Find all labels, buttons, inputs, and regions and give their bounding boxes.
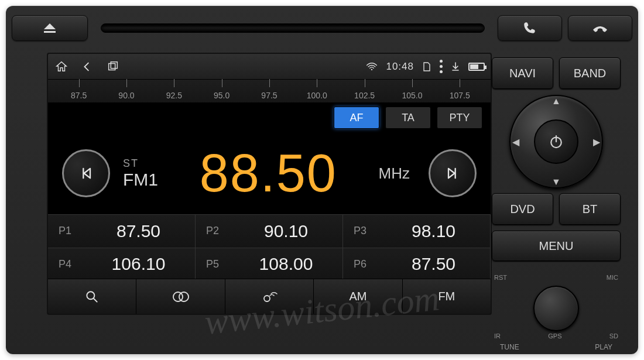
android-statusbar: 10:48 <box>48 54 491 80</box>
svg-point-6 <box>179 292 189 301</box>
frequency-value: 88.50 <box>171 143 366 204</box>
frequency-ruler[interactable]: 87.5 90.0 92.5 95.0 97.5 100.0 102.5 105… <box>48 80 491 103</box>
search-soft-button[interactable] <box>48 279 136 314</box>
preset-2[interactable]: P290.10 <box>196 215 343 248</box>
call-hangup-button[interactable] <box>568 15 632 41</box>
bt-button[interactable]: BT <box>559 193 621 225</box>
rds-mode-row: AF TA PTY <box>48 103 491 132</box>
ruler-tick: 87.5 <box>55 91 102 100</box>
pty-button[interactable]: PTY <box>437 107 482 129</box>
ruler-tick: 107.5 <box>436 91 484 100</box>
eject-button[interactable] <box>12 15 88 41</box>
dpad-up-icon[interactable]: ▲ <box>549 94 564 109</box>
dvd-button[interactable]: DVD <box>492 193 553 225</box>
am-soft-button[interactable]: AM <box>314 279 402 314</box>
band-info: ST FM1 <box>123 157 158 190</box>
dpad-down-icon[interactable]: ▼ <box>549 174 564 190</box>
disc-slot <box>101 23 485 33</box>
head-unit-bezel: 10:48 87.5 90.0 92.5 95.0 97.5 100.0 102… <box>6 6 638 354</box>
download-icon <box>451 61 460 72</box>
back-icon[interactable] <box>80 59 95 74</box>
seek-next-button[interactable] <box>429 149 477 197</box>
band-button[interactable]: BAND <box>559 57 621 89</box>
wifi-icon <box>366 62 378 71</box>
preset-3[interactable]: P398.10 <box>343 215 491 248</box>
band-name[interactable]: FM1 <box>123 170 158 190</box>
battery-icon <box>468 63 485 71</box>
svg-rect-2 <box>111 61 117 68</box>
lower-port-labels: IRGPSSD <box>492 332 621 342</box>
stereo-label: ST <box>123 157 158 170</box>
home-icon[interactable] <box>54 59 69 74</box>
svg-point-7 <box>264 296 270 301</box>
call-answer-button[interactable] <box>498 15 562 41</box>
frequency-unit: MHz <box>379 164 410 183</box>
side-button-column: NAVI BAND ▲ ▼ ◀ ▶ DVD BT MENU RSTMIC IRG… <box>492 57 621 350</box>
top-physical-bar <box>12 11 632 46</box>
ruler-tick: 92.5 <box>150 91 198 100</box>
ruler-tick: 102.5 <box>341 91 388 100</box>
menu-button[interactable]: MENU <box>492 231 621 261</box>
sd-card-icon <box>422 61 431 72</box>
preset-6[interactable]: P687.50 <box>343 248 491 282</box>
ruler-tick: 105.0 <box>388 91 436 100</box>
svg-point-3 <box>371 68 372 70</box>
recent-apps-icon[interactable] <box>105 59 121 74</box>
status-clock: 10:48 <box>386 61 414 73</box>
port-labels: RSTMIC <box>492 274 621 283</box>
ruler-tick: 100.0 <box>293 91 341 100</box>
tune-play-labels: TUNEPLAY <box>492 342 621 351</box>
seek-prev-button[interactable] <box>62 149 110 197</box>
overflow-menu-icon[interactable] <box>440 60 443 73</box>
navi-button[interactable]: NAVI <box>492 57 553 89</box>
loc-dx-soft-button[interactable] <box>225 279 314 314</box>
preset-4[interactable]: P4106.10 <box>48 248 196 282</box>
softbar: AM FM <box>48 279 491 314</box>
preset-grid: P187.50 P290.10 P398.10 P4106.10 P5108.0… <box>48 214 491 281</box>
power-button[interactable] <box>534 119 578 164</box>
svg-rect-1 <box>109 63 115 70</box>
ruler-tick: 95.0 <box>198 91 245 100</box>
fm-soft-button[interactable]: FM <box>403 279 491 314</box>
preset-5[interactable]: P5108.00 <box>196 248 343 282</box>
dpad-left-icon[interactable]: ◀ <box>508 134 523 149</box>
svg-rect-0 <box>44 31 56 33</box>
main-frequency-row: ST FM1 88.50 MHz <box>48 132 491 214</box>
stereo-soft-button[interactable] <box>136 279 225 314</box>
af-button[interactable]: AF <box>334 107 379 129</box>
touchscreen: 10:48 87.5 90.0 92.5 95.0 97.5 100.0 102… <box>47 53 492 315</box>
preset-1[interactable]: P187.50 <box>48 215 196 248</box>
ruler-tick: 97.5 <box>245 91 293 100</box>
ta-button[interactable]: TA <box>385 107 431 129</box>
dpad-right-icon[interactable]: ▶ <box>589 134 604 149</box>
tune-knob[interactable] <box>533 286 579 331</box>
main-dial[interactable]: ▲ ▼ ◀ ▶ <box>509 95 603 188</box>
ruler-tick: 90.0 <box>102 91 150 100</box>
svg-point-4 <box>87 292 95 299</box>
